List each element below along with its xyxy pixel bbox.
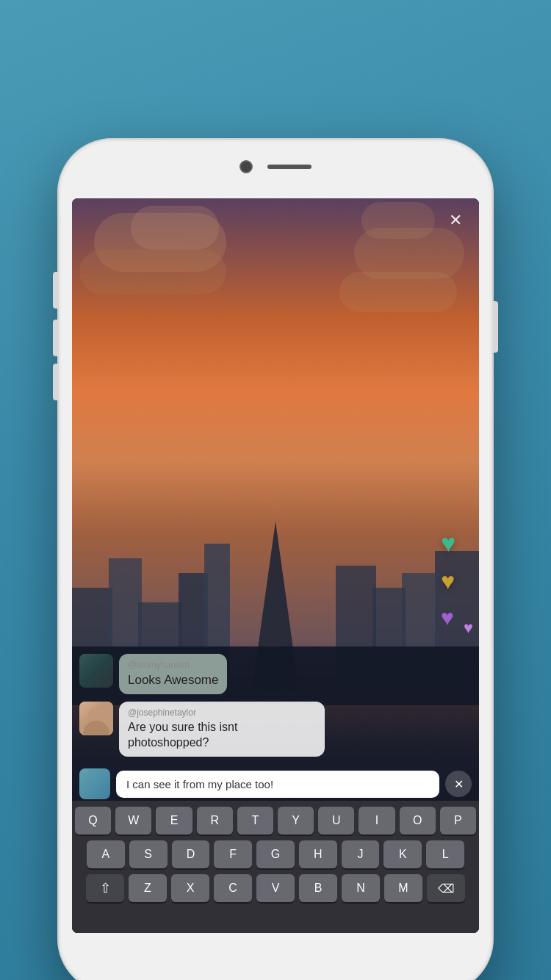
buildings-left bbox=[72, 323, 479, 691]
key-o[interactable]: O bbox=[400, 807, 436, 835]
keyboard-row-1: Q W E R T Y U I O P bbox=[75, 807, 476, 835]
key-h[interactable]: H bbox=[299, 840, 337, 868]
josephine-text: Are you sure this isnt photoshopped? bbox=[128, 720, 316, 751]
message-emmy: @emmyhansen Looks Awesome bbox=[79, 654, 472, 694]
message-josephine: @josephinetaylor Are you sure this isnt … bbox=[79, 702, 472, 757]
speaker bbox=[267, 165, 311, 169]
key-c[interactable]: C bbox=[214, 874, 252, 902]
key-i[interactable]: I bbox=[359, 807, 395, 835]
key-a[interactable]: A bbox=[87, 840, 125, 868]
key-m[interactable]: M bbox=[384, 874, 422, 902]
hearts-container: ♥ ♥ ♥ ♥ bbox=[441, 529, 470, 638]
bubble-emmy-content: @emmyhansen Looks Awesome bbox=[119, 654, 227, 694]
heart-green[interactable]: ♥ bbox=[441, 529, 470, 558]
key-j[interactable]: J bbox=[342, 840, 380, 868]
hearts-purple[interactable]: ♥ ♥ bbox=[441, 605, 470, 638]
close-button[interactable]: ✕ bbox=[442, 207, 469, 234]
heart-gold[interactable]: ♥ bbox=[441, 568, 470, 595]
key-v[interactable]: V bbox=[256, 874, 295, 902]
key-backspace[interactable]: ⌫ bbox=[427, 874, 465, 902]
input-avatar bbox=[79, 768, 110, 799]
key-z[interactable]: Z bbox=[129, 874, 167, 902]
bubble-josephine-content: @josephinetaylor Are you sure this isnt … bbox=[119, 702, 325, 757]
message-input[interactable]: I can see it from my place too! bbox=[116, 771, 439, 798]
key-shift[interactable]: ⇧ bbox=[86, 874, 124, 902]
avatar-josephine bbox=[79, 702, 113, 735]
heart-purple-small: ♥ bbox=[464, 619, 473, 638]
key-l[interactable]: L bbox=[426, 840, 464, 868]
key-s[interactable]: S bbox=[129, 840, 168, 868]
input-x-icon: ✕ bbox=[454, 777, 464, 791]
phone-frame: ✕ ♥ ♥ ♥ ♥ @emmyhansen Looks Awesome bbox=[59, 140, 492, 980]
keyboard: Q W E R T Y U I O P A S D F G H J K bbox=[72, 801, 479, 933]
shift-icon: ⇧ bbox=[100, 880, 111, 896]
heart-purple-large: ♥ bbox=[441, 605, 454, 630]
emmy-username: @emmyhansen bbox=[128, 660, 218, 670]
key-q[interactable]: Q bbox=[75, 807, 111, 835]
key-d[interactable]: D bbox=[172, 840, 210, 868]
front-camera bbox=[240, 160, 253, 173]
key-g[interactable]: G bbox=[256, 840, 295, 868]
avatar-emmy bbox=[79, 654, 113, 688]
key-u[interactable]: U bbox=[318, 807, 354, 835]
backspace-icon: ⌫ bbox=[438, 882, 455, 896]
keyboard-row-3: ⇧ Z X C V B N M ⌫ bbox=[75, 874, 476, 902]
input-clear-button[interactable]: ✕ bbox=[445, 771, 472, 797]
key-t[interactable]: T bbox=[237, 807, 273, 835]
key-y[interactable]: Y bbox=[278, 807, 314, 835]
phone-top-details bbox=[59, 140, 492, 173]
input-area: I can see it from my place too! ✕ bbox=[72, 768, 479, 799]
key-w[interactable]: W bbox=[115, 807, 151, 835]
key-r[interactable]: R bbox=[197, 807, 233, 835]
key-n[interactable]: N bbox=[342, 874, 380, 902]
keyboard-row-2: A S D F G H J K L bbox=[75, 840, 476, 868]
key-k[interactable]: K bbox=[383, 840, 422, 868]
key-e[interactable]: E bbox=[156, 807, 192, 835]
key-p[interactable]: P bbox=[440, 807, 476, 835]
emmy-text: Looks Awesome bbox=[128, 672, 218, 688]
key-b[interactable]: B bbox=[299, 874, 337, 902]
input-text: I can see it from my place too! bbox=[126, 778, 273, 790]
phone-screen: ✕ ♥ ♥ ♥ ♥ @emmyhansen Looks Awesome bbox=[72, 198, 479, 933]
close-icon: ✕ bbox=[449, 211, 462, 230]
key-f[interactable]: F bbox=[214, 840, 252, 868]
josephine-username: @josephinetaylor bbox=[128, 707, 316, 718]
key-x[interactable]: X bbox=[171, 874, 209, 902]
messages-container: @emmyhansen Looks Awesome @josephinetayl… bbox=[72, 654, 479, 764]
